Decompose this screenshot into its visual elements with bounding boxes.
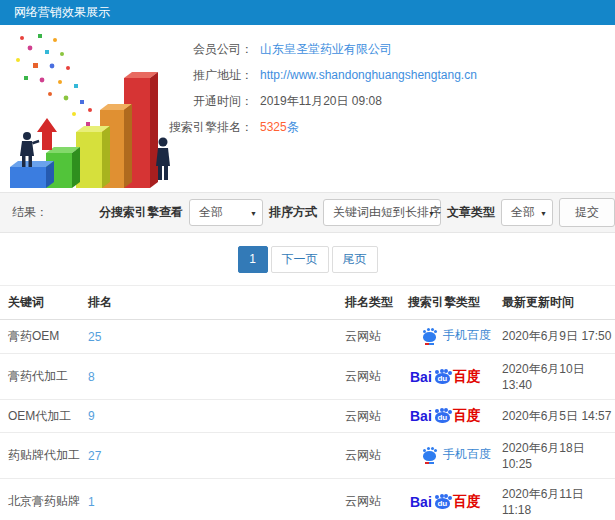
baidu-paw-icon: du (433, 495, 452, 509)
info-row-rank-count: 搜索引擎排名： 5325条 (165, 114, 615, 140)
baidu-paw-icon (422, 447, 438, 462)
mobile-baidu-logo: 手机百度 (422, 327, 491, 344)
baidu-bai-text: Bai (410, 408, 432, 424)
page-button-last[interactable]: 尾页 (332, 246, 378, 273)
mobile-baidu-label: 手机百度 (443, 446, 491, 463)
engine-filter-label: 分搜索引擎查看 (99, 204, 183, 221)
company-name-link[interactable]: 山东皇圣堂药业有限公司 (260, 41, 392, 58)
rank-link[interactable]: 25 (88, 330, 101, 344)
engine-filter-select[interactable]: 全部 ▼ (189, 199, 263, 226)
rank-link[interactable]: 9 (88, 409, 95, 423)
keyword-cell: 膏药OEM (0, 320, 80, 354)
engine-cell: 手机百度 (400, 320, 494, 354)
keyword-cell: 膏药代加工 (0, 354, 80, 400)
promo-url-link[interactable]: http://www.shandonghuangshengtang.cn (260, 68, 477, 82)
result-label: 结果： (12, 204, 48, 221)
mobile-baidu-logo: 手机百度 (422, 446, 491, 463)
baidu-paw-icon: du (433, 409, 452, 423)
updated-cell: 2020年6月18日 10:25 (494, 433, 615, 479)
article-type-label: 文章类型 (447, 204, 495, 221)
keyword-cell: 北京膏药贴牌 (0, 479, 80, 520)
info-section: 会员公司： 山东皇圣堂药业有限公司 推广地址： http://www.shand… (0, 25, 615, 192)
rank-link[interactable]: 8 (88, 370, 95, 384)
engine-filter-value: 全部 (199, 205, 223, 219)
rank-type-cell: 云网站 (337, 479, 400, 520)
header-keyword: 关键词 (0, 286, 80, 320)
baidu-bai-text: Bai (410, 494, 432, 510)
rank-count-value: 5325 (260, 120, 287, 134)
baidu-logo: Bai du 百度 (410, 407, 481, 425)
baidu-cn-text: 百度 (453, 368, 481, 386)
chevron-down-icon: ▼ (540, 200, 547, 227)
bar-chart-illustration (0, 30, 185, 192)
table-row: 药贴牌代加工 27 云网站 手机百度 2020年6月18日 10:25 (0, 433, 615, 479)
info-row-opened: 开通时间： 2019年11月20日 09:08 (165, 88, 615, 114)
updated-cell: 2020年6月9日 17:50 (494, 320, 615, 354)
pagination: 1 下一页 尾页 (0, 246, 615, 273)
table-body: 膏药OEM 25 云网站 手机百度 2020年6月9日 17:50 膏药代加工 … (0, 320, 615, 520)
info-row-company: 会员公司： 山东皇圣堂药业有限公司 (165, 36, 615, 62)
rank-type-cell: 云网站 (337, 400, 400, 433)
baidu-logo: Bai du 百度 (410, 368, 481, 386)
header-rank: 排名 (80, 286, 337, 320)
company-info-list: 会员公司： 山东皇圣堂药业有限公司 推广地址： http://www.shand… (165, 25, 615, 140)
bar-yellow (76, 126, 110, 188)
rank-type-cell: 云网站 (337, 320, 400, 354)
page-title: 网络营销效果展示 (0, 0, 615, 25)
engine-cell: Bai du 百度 (400, 354, 494, 400)
growth-chart-graphic (0, 30, 185, 192)
sort-filter-select[interactable]: 关键词由短到长排序 ▼ (323, 199, 441, 226)
rank-link[interactable]: 1 (88, 495, 95, 509)
keyword-cell: OEM代加工 (0, 400, 80, 433)
engine-cell: Bai du 百度 (400, 479, 494, 520)
page-button-current[interactable]: 1 (238, 246, 268, 273)
baidu-bai-text: Bai (410, 369, 432, 385)
rank-count-unit: 条 (287, 120, 299, 134)
article-type-value: 全部 (511, 205, 535, 219)
header-updated: 最新更新时间 (494, 286, 615, 320)
open-time-value: 2019年11月20日 09:08 (260, 93, 382, 110)
sort-filter-label: 排序方式 (269, 204, 317, 221)
rank-type-cell: 云网站 (337, 433, 400, 479)
chevron-down-icon: ▼ (428, 200, 435, 227)
baidu-paw-icon: du (433, 370, 452, 384)
updated-cell: 2020年6月11日 11:18 (494, 479, 615, 520)
rank-type-cell: 云网站 (337, 354, 400, 400)
table-row: 膏药代加工 8 云网站 Bai du 百度 2020年6月10日 13:40 (0, 354, 615, 400)
updated-cell: 2020年6月5日 14:57 (494, 400, 615, 433)
table-row: OEM代加工 9 云网站 Bai du 百度 2020年6月5日 14:57 (0, 400, 615, 433)
table-header-row: 关键词 排名 排名类型 搜索引擎类型 最新更新时间 (0, 286, 615, 320)
filter-bar: 结果： 分搜索引擎查看 全部 ▼ 排序方式 关键词由短到长排序 ▼ 文章类型 全… (0, 192, 615, 233)
chevron-down-icon: ▼ (250, 200, 257, 227)
engine-cell: 手机百度 (400, 433, 494, 479)
baidu-paw-icon (422, 328, 438, 343)
up-arrow-icon (37, 118, 57, 150)
table-row: 膏药OEM 25 云网站 手机百度 2020年6月9日 17:50 (0, 320, 615, 354)
businessman-right (156, 138, 170, 181)
updated-cell: 2020年6月10日 13:40 (494, 354, 615, 400)
header-engine-type: 搜索引擎类型 (400, 286, 494, 320)
baidu-cn-text: 百度 (453, 407, 481, 425)
engine-cell: Bai du 百度 (400, 400, 494, 433)
baidu-cn-text: 百度 (453, 493, 481, 511)
info-row-url: 推广地址： http://www.shandonghuangshengtang.… (165, 62, 615, 88)
rank-link[interactable]: 27 (88, 449, 101, 463)
table-row: 北京膏药贴牌 1 云网站 Bai du 百度 2020年6月11日 11:18 (0, 479, 615, 520)
header-rank-type: 排名类型 (337, 286, 400, 320)
results-table: 关键词 排名 排名类型 搜索引擎类型 最新更新时间 膏药OEM 25 云网站 手… (0, 285, 615, 520)
mobile-baidu-label: 手机百度 (443, 327, 491, 344)
page-button-next[interactable]: 下一页 (271, 246, 329, 273)
article-type-select[interactable]: 全部 ▼ (501, 199, 553, 226)
sort-filter-value: 关键词由短到长排序 (333, 205, 441, 219)
baidu-logo: Bai du 百度 (410, 493, 481, 511)
submit-button[interactable]: 提交 (559, 198, 615, 227)
confetti-dots (16, 34, 106, 138)
keyword-cell: 药贴牌代加工 (0, 433, 80, 479)
